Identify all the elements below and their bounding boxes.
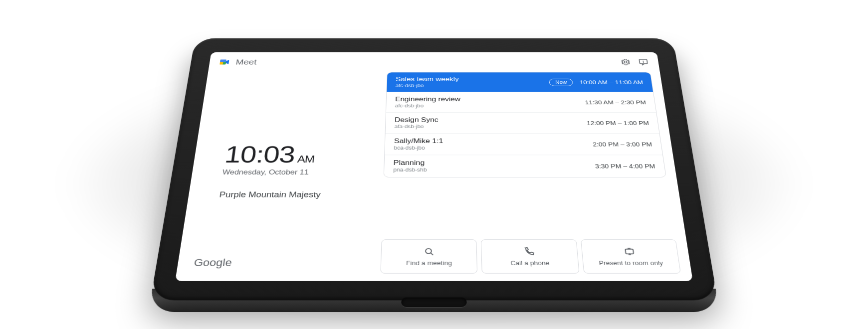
tablet-device: Meet: [150, 38, 717, 300]
agenda-item-time: 3:30 PM – 4:00 PM: [595, 163, 655, 169]
agenda-item-code: afc-dsb-jbo: [395, 103, 461, 109]
clock-date: Wednesday, October 11: [222, 168, 384, 176]
google-wordmark: Google: [193, 257, 232, 269]
now-badge: Now: [549, 78, 573, 86]
action-bar: Find a meeting Call a phone: [380, 239, 693, 281]
agenda-panel: Sales team weekly afc-dsb-jbo Now 10:00 …: [382, 72, 686, 239]
call-phone-button[interactable]: Call a phone: [481, 239, 579, 273]
find-meeting-button[interactable]: Find a meeting: [380, 239, 477, 273]
svg-rect-2: [220, 59, 226, 62]
agenda-item-time: 2:00 PM – 3:00 PM: [593, 141, 652, 148]
agenda-item-title: Design Sync: [395, 117, 438, 124]
agenda-item-code: afa-dsb-jbo: [395, 124, 438, 129]
agenda-item-title: Sales team weekly: [396, 76, 459, 82]
svg-point-7: [426, 248, 432, 253]
screen: Meet: [175, 52, 693, 281]
settings-icon[interactable]: [619, 57, 633, 67]
agenda-item-current[interactable]: Sales team weekly afc-dsb-jbo Now 10:00 …: [387, 72, 653, 92]
agenda-item-time: 11:30 AM – 2:30 PM: [585, 99, 647, 105]
left-pane: 10:03AM Wednesday, October 11 Purple Mou…: [175, 72, 387, 281]
search-icon: [423, 246, 434, 256]
present-icon: [623, 246, 636, 256]
clock-ampm: AM: [297, 154, 315, 164]
svg-line-8: [431, 253, 433, 255]
meet-logo-icon: [217, 57, 232, 67]
agenda-item-title: Engineering review: [395, 96, 460, 103]
tablet-edge: [148, 289, 720, 312]
app-title: Meet: [235, 58, 257, 66]
svg-rect-9: [626, 249, 634, 253]
action-label: Find a meeting: [406, 259, 452, 266]
agenda-item[interactable]: Planning pna-dsb-shb 3:30 PM – 4:00 PM: [384, 155, 666, 176]
agenda-item-code: pna-dsb-shb: [393, 167, 427, 173]
agenda-item-title: Sally/Mike 1:1: [394, 138, 443, 145]
agenda-item[interactable]: Engineering review afc-dsb-jbo 11:30 AM …: [386, 92, 656, 112]
action-label: Call a phone: [510, 259, 550, 266]
room-name: Purple Mountain Majesty: [219, 190, 383, 199]
agenda-item-code: bca-dsb-jbo: [394, 145, 443, 151]
home-button[interactable]: [401, 297, 467, 307]
action-label: Present to room only: [599, 259, 663, 266]
agenda-item-code: afc-dsb-jbo: [396, 83, 459, 88]
present-room-button[interactable]: Present to room only: [581, 239, 681, 273]
app-header: Meet: [208, 52, 660, 72]
feedback-icon[interactable]: [636, 57, 651, 67]
phone-icon: [523, 246, 536, 256]
agenda-item-title: Planning: [394, 159, 427, 166]
tablet-bezel: Meet: [150, 38, 717, 300]
svg-point-3: [624, 61, 627, 63]
agenda-item[interactable]: Design Sync afa-dsb-jbo 12:00 PM – 1:00 …: [386, 112, 659, 133]
agenda-item[interactable]: Sally/Mike 1:1 bca-dsb-jbo 2:00 PM – 3:0…: [385, 133, 662, 155]
svg-point-6: [643, 62, 644, 63]
agenda-item-time: 12:00 PM – 1:00 PM: [586, 120, 649, 126]
agenda-card: Sales team weekly afc-dsb-jbo Now 10:00 …: [384, 72, 666, 177]
clock-time: 10:03: [223, 141, 296, 167]
clock: 10:03AM Wednesday, October 11: [222, 141, 385, 176]
app-brand: Meet: [217, 57, 257, 67]
agenda-item-time: 10:00 AM – 11:00 AM: [579, 79, 644, 85]
